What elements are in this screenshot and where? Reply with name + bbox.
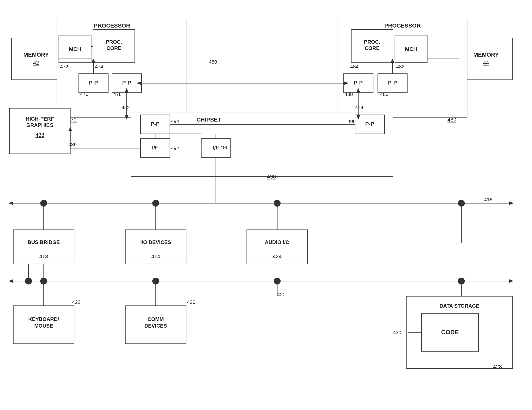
svg-rect-0	[11, 38, 61, 80]
svg-text:AUDIO I/O: AUDIO I/O	[265, 239, 290, 245]
svg-text:COMM: COMM	[148, 316, 164, 322]
svg-text:472: 472	[60, 64, 68, 69]
svg-text:416: 416	[484, 197, 492, 202]
svg-text:I/F: I/F	[152, 145, 158, 151]
svg-text:PROCESSOR: PROCESSOR	[94, 22, 130, 29]
svg-text:P-P: P-P	[365, 121, 374, 127]
svg-text:MCH: MCH	[69, 46, 81, 52]
svg-text:PROCESSOR: PROCESSOR	[384, 22, 421, 29]
svg-text:CHIPSET: CHIPSET	[197, 116, 221, 123]
svg-text:494: 494	[171, 118, 179, 124]
svg-text:HIGH-PERF: HIGH-PERF	[26, 116, 54, 122]
svg-text:I/O DEVICES: I/O DEVICES	[140, 239, 171, 245]
architecture-diagram: MEMORY 42 MEMORY 44 PROCESSOR 470 PROCES…	[0, 0, 532, 410]
svg-text:P-P: P-P	[151, 121, 160, 127]
svg-marker-121	[509, 279, 513, 283]
svg-text:GRAPHICS: GRAPHICS	[26, 122, 54, 128]
svg-text:480: 480	[447, 117, 456, 123]
svg-text:452: 452	[122, 105, 130, 110]
svg-text:486: 486	[380, 91, 388, 97]
svg-rect-3	[459, 38, 513, 80]
svg-text:428: 428	[493, 364, 502, 370]
svg-text:I/F: I/F	[213, 145, 219, 151]
svg-text:430: 430	[393, 330, 401, 335]
svg-text:422: 422	[72, 299, 80, 305]
svg-text:424: 424	[273, 254, 282, 259]
svg-text:MEMORY: MEMORY	[473, 51, 499, 58]
svg-text:482: 482	[396, 64, 404, 69]
svg-text:496: 496	[220, 144, 228, 150]
svg-text:P-P: P-P	[354, 80, 363, 86]
svg-text:44: 44	[483, 60, 489, 66]
svg-text:492: 492	[171, 145, 179, 151]
svg-marker-109	[9, 201, 13, 205]
svg-text:CORE: CORE	[365, 45, 380, 51]
svg-text:DEVICES: DEVICES	[144, 323, 167, 329]
svg-text:MCH: MCH	[405, 46, 417, 52]
svg-text:CODE: CODE	[441, 329, 459, 335]
svg-text:426: 426	[187, 299, 195, 305]
svg-text:420: 420	[277, 292, 285, 297]
svg-text:PROC.: PROC.	[106, 39, 122, 45]
svg-text:454: 454	[355, 105, 363, 110]
diagram: MEMORY 42 MEMORY 44 PROCESSOR 470 PROCES…	[0, 0, 532, 410]
svg-text:MOUSE: MOUSE	[34, 323, 53, 329]
svg-marker-120	[9, 279, 13, 283]
svg-text:438: 438	[36, 132, 44, 138]
svg-text:474: 474	[95, 64, 103, 69]
svg-text:450: 450	[209, 59, 217, 65]
svg-text:MEMORY: MEMORY	[23, 51, 49, 58]
svg-text:490: 490	[267, 174, 276, 180]
svg-text:PROC.: PROC.	[364, 39, 380, 45]
svg-text:42: 42	[33, 60, 39, 66]
svg-text:439: 439	[68, 142, 76, 147]
svg-text:418: 418	[39, 254, 48, 259]
svg-marker-110	[509, 201, 513, 205]
svg-text:BUS BRIDGE: BUS BRIDGE	[28, 239, 60, 245]
svg-text:478: 478	[113, 91, 122, 97]
svg-text:DATA STORAGE: DATA STORAGE	[439, 303, 480, 309]
svg-rect-41	[10, 108, 70, 154]
svg-text:498: 498	[347, 118, 356, 124]
svg-text:414: 414	[151, 254, 160, 259]
svg-text:488: 488	[345, 91, 353, 97]
svg-text:P-P: P-P	[122, 80, 131, 86]
svg-text:484: 484	[350, 64, 359, 69]
svg-text:CORE: CORE	[106, 45, 121, 51]
svg-text:P-P: P-P	[89, 80, 98, 86]
svg-text:476: 476	[80, 91, 88, 97]
svg-text:P-P: P-P	[388, 80, 397, 86]
svg-text:KEYBOARD/: KEYBOARD/	[28, 316, 59, 322]
